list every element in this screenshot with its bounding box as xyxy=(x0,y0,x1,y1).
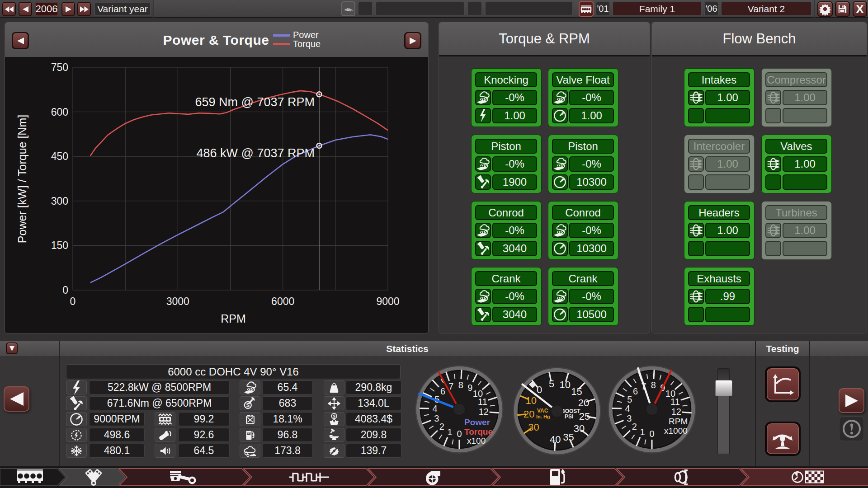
svg-text:6000: 6000 xyxy=(271,296,294,307)
svg-text:40: 40 xyxy=(550,434,561,445)
svg-text:12: 12 xyxy=(671,407,681,417)
svg-text:5: 5 xyxy=(549,378,554,389)
svg-text:486 kW @ 7037 RPM: 486 kW @ 7037 RPM xyxy=(196,146,315,160)
svg-text:450: 450 xyxy=(51,150,68,162)
svg-text:In. Hg: In. Hg xyxy=(536,414,550,419)
svg-text:0: 0 xyxy=(457,429,462,439)
svg-text:10: 10 xyxy=(559,379,570,390)
svg-text:VAC: VAC xyxy=(537,408,548,414)
svg-text:11: 11 xyxy=(670,397,680,407)
svg-text:Power: Power xyxy=(464,418,491,427)
svg-text:300: 300 xyxy=(51,195,68,207)
svg-text:150: 150 xyxy=(51,239,68,251)
svg-text:25: 25 xyxy=(579,411,590,422)
svg-text:3: 3 xyxy=(434,413,439,423)
svg-text:15: 15 xyxy=(571,386,582,397)
svg-text:4: 4 xyxy=(432,404,437,413)
svg-text:1: 1 xyxy=(447,427,452,437)
svg-text:2: 2 xyxy=(439,422,444,432)
svg-text:30: 30 xyxy=(574,423,585,434)
svg-text:3: 3 xyxy=(627,413,632,423)
svg-text:11: 11 xyxy=(478,397,487,407)
svg-text:9000: 9000 xyxy=(376,296,399,307)
svg-text:0: 0 xyxy=(62,284,68,296)
svg-text:1: 1 xyxy=(640,427,645,437)
svg-text:PSI: PSI xyxy=(565,413,573,420)
svg-text:$: $ xyxy=(246,402,250,408)
svg-text:Torque: Torque xyxy=(464,427,493,436)
svg-text:RPM: RPM xyxy=(669,417,688,426)
svg-text:Power [kW] / Torque [Nm]: Power [kW] / Torque [Nm] xyxy=(16,115,28,243)
svg-text:35: 35 xyxy=(563,432,574,443)
svg-text:9: 9 xyxy=(467,383,472,393)
svg-text:20: 20 xyxy=(578,397,589,408)
svg-text:x100: x100 xyxy=(467,436,486,446)
svg-text:8: 8 xyxy=(651,380,656,390)
svg-text:4: 4 xyxy=(625,404,630,413)
svg-text:0: 0 xyxy=(537,384,542,395)
svg-text:0: 0 xyxy=(649,429,654,439)
svg-text:2: 2 xyxy=(632,422,637,432)
svg-text:5: 5 xyxy=(627,394,632,404)
svg-text:659 Nm @ 7037 RPM: 659 Nm @ 7037 RPM xyxy=(195,95,315,109)
svg-text:20: 20 xyxy=(524,408,534,420)
svg-text:0: 0 xyxy=(70,296,76,307)
svg-text:3000: 3000 xyxy=(166,296,189,307)
svg-text:750: 750 xyxy=(51,61,68,73)
svg-text:RPM: RPM xyxy=(221,312,246,325)
svg-text:6: 6 xyxy=(440,386,445,396)
svg-text:6: 6 xyxy=(633,386,638,396)
svg-text:8: 8 xyxy=(458,380,463,390)
svg-text:x1000: x1000 xyxy=(664,426,688,436)
svg-text:91: 91 xyxy=(247,432,251,435)
svg-text:$: $ xyxy=(333,413,335,418)
svg-text:600: 600 xyxy=(51,106,68,118)
svg-text:12: 12 xyxy=(479,407,489,417)
svg-text:10: 10 xyxy=(526,395,537,406)
svg-text:30: 30 xyxy=(528,422,539,433)
